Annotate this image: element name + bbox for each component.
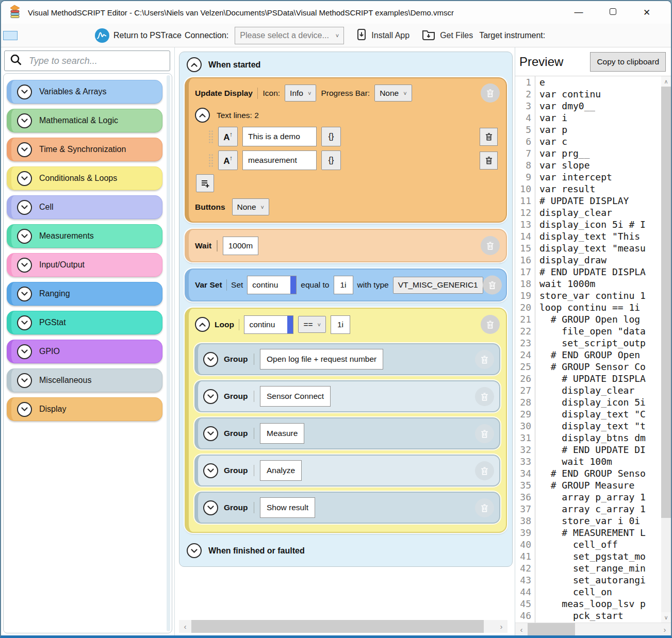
scroll-right-icon[interactable]: › — [659, 625, 671, 634]
delete-group-button[interactable] — [475, 461, 494, 480]
sidebar-category[interactable]: Measurements — [7, 224, 162, 248]
scrollbar-thumb[interactable] — [661, 87, 671, 518]
variable-braces-button[interactable]: {} — [321, 150, 341, 170]
delete-line-button[interactable] — [480, 128, 498, 146]
maximize-button[interactable] — [596, 7, 630, 18]
chevron-down-icon[interactable] — [17, 258, 32, 273]
chevron-up-icon[interactable] — [195, 108, 210, 123]
group-name-input[interactable]: Open log file + request number — [260, 349, 383, 370]
menu-item[interactable] — [46, 31, 61, 40]
chevron-down-icon[interactable] — [17, 229, 32, 244]
sidebar-category[interactable]: Conditionals & Loops — [7, 166, 162, 190]
delete-block-button[interactable] — [481, 83, 500, 103]
delete-group-button[interactable] — [475, 424, 494, 443]
icon-dropdown[interactable]: Info ˅ — [285, 85, 316, 102]
close-button[interactable]: ✕ — [630, 7, 664, 18]
chevron-down-icon[interactable] — [203, 426, 218, 441]
sidebar-category[interactable]: Mathematical & Logic — [7, 109, 162, 132]
font-style-button[interactable]: A↑ — [218, 150, 238, 170]
delete-line-button[interactable] — [480, 152, 498, 170]
sidebar-category[interactable]: Variables & Arrays — [7, 80, 162, 104]
loop-variable-input[interactable]: continu — [244, 315, 293, 334]
scroll-left-icon[interactable]: ‹ — [515, 625, 528, 634]
group-name-input[interactable]: Analyze — [260, 460, 302, 481]
chevron-down-icon[interactable] — [17, 113, 32, 128]
device-select[interactable]: Please select a device... ˅ — [235, 27, 344, 44]
scroll-up-icon[interactable]: ∧ — [661, 76, 671, 87]
value-input[interactable]: 1i — [334, 276, 353, 294]
chevron-down-icon[interactable] — [203, 500, 218, 515]
menu-item[interactable] — [3, 31, 18, 40]
install-app-button[interactable]: Install App — [350, 28, 416, 43]
get-files-button[interactable]: Get Files — [416, 29, 479, 42]
chevron-down-icon[interactable] — [17, 373, 32, 388]
menu-item[interactable] — [18, 31, 32, 40]
delete-group-button[interactable] — [475, 350, 494, 369]
operator-dropdown[interactable]: == ˅ — [298, 316, 326, 333]
chevron-down-icon[interactable] — [17, 200, 32, 215]
loop-block[interactable]: Loop continu == ˅ 1i — [185, 308, 507, 533]
chevron-down-icon[interactable] — [203, 352, 218, 367]
chevron-down-icon[interactable] — [203, 463, 218, 478]
loop-value-input[interactable]: 1i — [331, 315, 350, 334]
menu-item[interactable] — [61, 31, 75, 40]
chevron-down-icon[interactable] — [17, 402, 32, 417]
return-to-pstrace-button[interactable]: Return to PSTrace — [113, 31, 182, 40]
chevron-down-icon[interactable] — [17, 287, 32, 301]
variable-braces-button[interactable]: {} — [321, 127, 341, 146]
buttons-dropdown[interactable]: None ˅ — [232, 198, 270, 215]
scrollbar-thumb[interactable] — [528, 623, 575, 635]
delete-block-button[interactable] — [481, 236, 500, 255]
drag-handle-icon[interactable] — [208, 154, 214, 167]
menu-item[interactable] — [32, 31, 46, 40]
chevron-down-icon[interactable] — [187, 543, 202, 558]
chevron-down-icon[interactable] — [17, 85, 32, 99]
group-block[interactable]: Group Analyze — [194, 455, 500, 486]
group-block[interactable]: Group Measure — [194, 417, 500, 449]
group-block[interactable]: Group Open log file + request number — [194, 343, 500, 375]
sidebar-category[interactable]: Time & Synchronization — [7, 138, 162, 161]
wait-block[interactable]: Wait 1000m — [185, 229, 507, 262]
chevron-up-icon[interactable] — [195, 317, 210, 332]
menu-item[interactable] — [75, 31, 90, 40]
group-name-input[interactable]: Sensor Connect — [260, 386, 331, 407]
group-block[interactable]: Group Show result — [194, 492, 500, 524]
chevron-up-icon[interactable] — [187, 57, 202, 72]
wait-value-input[interactable]: 1000m — [223, 237, 258, 255]
copy-to-clipboard-button[interactable]: Copy to clipboard — [590, 52, 666, 72]
sidebar-category[interactable]: GPIO — [7, 340, 162, 363]
font-style-button[interactable]: A↑ — [218, 127, 238, 146]
add-text-line-button[interactable] — [196, 174, 214, 192]
chevron-down-icon[interactable] — [17, 171, 32, 186]
scroll-down-icon[interactable]: ∨ — [661, 612, 671, 623]
chevron-down-icon[interactable] — [17, 315, 32, 330]
sidebar-category[interactable]: Ranging — [7, 282, 162, 306]
group-name-input[interactable]: Show result — [260, 497, 315, 518]
chevron-down-icon[interactable] — [17, 344, 32, 359]
text-line-input[interactable] — [242, 127, 317, 146]
delete-group-button[interactable] — [475, 498, 494, 517]
variable-input[interactable]: continu — [247, 276, 297, 294]
type-dropdown[interactable]: VT_MISC_GENERIC1 — [393, 277, 483, 294]
drag-handle-icon[interactable] — [208, 130, 214, 144]
sidebar-category[interactable]: Cell — [7, 195, 162, 219]
preview-vertical-scrollbar[interactable]: ∧ ∨ — [661, 76, 671, 623]
chevron-down-icon[interactable] — [17, 142, 32, 157]
group-name-input[interactable]: Measure — [260, 423, 304, 444]
var-set-block[interactable]: Var Set Set continu equal to 1i with typ… — [185, 268, 507, 301]
sidebar-category[interactable]: Display — [7, 397, 162, 421]
progress-bar-dropdown[interactable]: None ˅ — [374, 85, 412, 102]
sidebar-category[interactable]: Input/Output — [7, 253, 162, 277]
chevron-down-icon[interactable] — [203, 389, 218, 404]
scroll-left-icon[interactable]: ‹ — [179, 622, 191, 631]
text-line-input[interactable] — [242, 150, 317, 170]
search-input[interactable] — [28, 55, 165, 67]
delete-block-button[interactable] — [481, 315, 500, 334]
pstrace-icon[interactable] — [94, 28, 110, 43]
scroll-right-icon[interactable]: › — [495, 622, 507, 631]
minimize-button[interactable]: — — [562, 7, 596, 18]
group-block[interactable]: Group Sensor Connect — [194, 380, 500, 412]
sidebar-category[interactable]: PGStat — [7, 311, 162, 334]
canvas-horizontal-scrollbar[interactable]: ‹ › — [179, 620, 507, 633]
preview-horizontal-scrollbar[interactable]: ‹ › — [515, 623, 671, 635]
